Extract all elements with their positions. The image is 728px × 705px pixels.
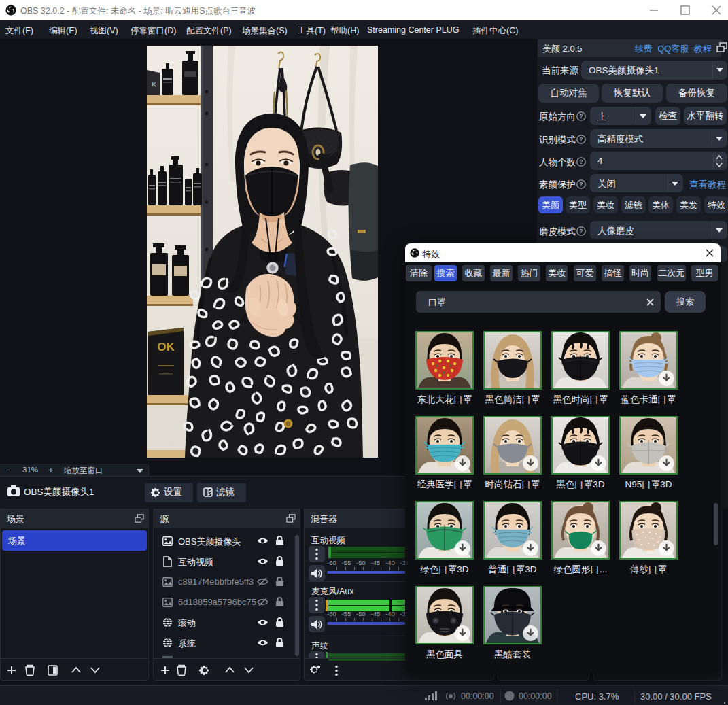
svg-text:OK: OK: [157, 341, 175, 354]
svg-text:?: ?: [579, 158, 583, 165]
svg-text:?: ?: [579, 181, 583, 188]
svg-text:?: ?: [579, 228, 583, 235]
svg-text:?: ?: [579, 136, 583, 143]
svg-text:?: ?: [579, 113, 583, 120]
